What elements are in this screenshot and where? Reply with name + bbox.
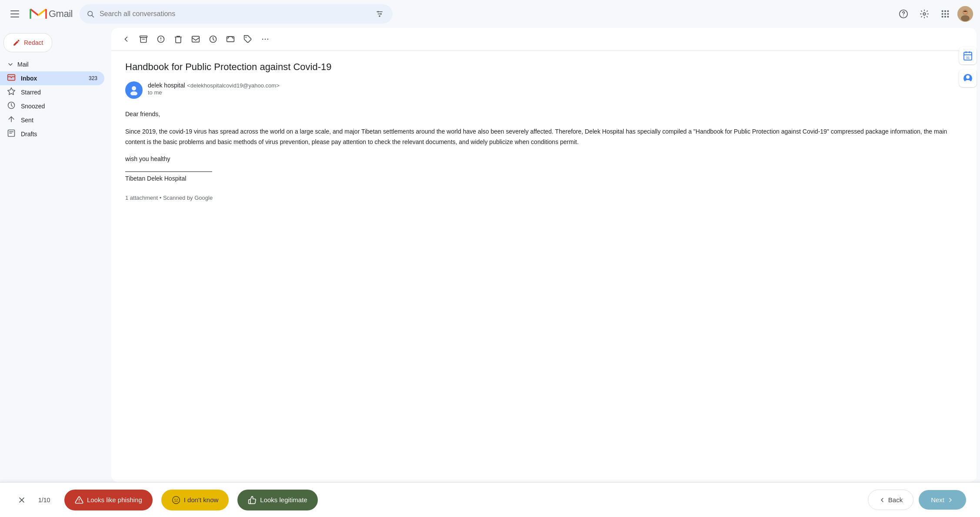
svg-point-12 <box>903 16 904 17</box>
legitimate-label: Looks legitimate <box>260 496 307 504</box>
svg-point-32 <box>160 40 161 41</box>
dont-know-button[interactable]: I don't know <box>161 490 229 510</box>
signature-divider <box>125 171 212 172</box>
next-button[interactable]: Next <box>919 490 966 510</box>
drafts-label: Drafts <box>21 131 97 138</box>
to-me: to me <box>148 89 963 96</box>
svg-point-48 <box>79 501 80 502</box>
attachment-info: 1 attachment • Scanned by Google <box>125 195 963 201</box>
thumbs-up-icon <box>248 496 257 504</box>
svg-rect-14 <box>942 10 943 12</box>
svg-rect-21 <box>944 16 946 18</box>
delete-button[interactable] <box>170 31 186 47</box>
svg-rect-15 <box>944 10 946 12</box>
sender-email: <delekhospitalcovid19@yahoo.com> <box>187 82 280 89</box>
body-greeting: Dear friends, <box>125 109 963 120</box>
contacts-button[interactable] <box>959 70 977 87</box>
svg-rect-17 <box>942 13 943 15</box>
email-subject: Handbook for Public Protection against C… <box>125 61 963 73</box>
main: Redact Mail Inbox 323 <box>0 28 980 482</box>
more-options-button[interactable] <box>257 31 273 47</box>
sender-name-row: delek hospital <delekhospitalcovid19@yah… <box>148 81 963 89</box>
search-bar <box>80 4 393 24</box>
close-button[interactable] <box>14 492 30 508</box>
sender-info: delek hospital <delekhospitalcovid19@yah… <box>148 81 963 96</box>
draft-icon <box>7 129 16 140</box>
sidebar-item-inbox[interactable]: Inbox 323 <box>0 71 104 85</box>
email-toolbar <box>111 28 977 51</box>
svg-point-50 <box>174 499 176 500</box>
mail-section: Mail Inbox 323 <box>0 56 111 143</box>
header-right <box>895 5 973 23</box>
back-label: Back <box>888 496 903 504</box>
mail-section-label: Mail <box>17 61 29 68</box>
settings-button[interactable] <box>916 5 933 23</box>
sidebar-item-snoozed[interactable]: Snoozed <box>0 99 104 113</box>
back-to-list-button[interactable] <box>118 31 134 47</box>
svg-point-36 <box>246 37 247 38</box>
svg-rect-33 <box>192 36 200 42</box>
svg-point-10 <box>379 15 380 17</box>
snooze-button[interactable] <box>205 31 221 47</box>
apps-button[interactable] <box>937 5 954 23</box>
send-icon <box>7 115 16 126</box>
svg-point-49 <box>172 496 180 504</box>
svg-rect-19 <box>947 13 949 15</box>
svg-point-46 <box>965 80 971 84</box>
label-button[interactable] <box>240 31 256 47</box>
svg-point-41 <box>130 91 137 95</box>
chevron-right-icon <box>947 497 954 504</box>
svg-point-39 <box>267 39 269 40</box>
svg-rect-18 <box>944 13 946 15</box>
search-input[interactable] <box>100 10 368 18</box>
report-spam-button[interactable] <box>153 31 169 47</box>
phishing-button[interactable]: Looks like phishing <box>64 490 153 510</box>
svg-point-51 <box>177 499 178 500</box>
move-to-button[interactable] <box>223 31 238 47</box>
archive-button[interactable] <box>136 31 151 47</box>
progress-indicator: 1/10 <box>38 497 56 504</box>
mark-unread-button[interactable] <box>188 31 203 47</box>
hamburger-button[interactable] <box>7 6 23 22</box>
inbox-icon <box>7 73 16 84</box>
svg-rect-1 <box>10 13 19 14</box>
next-label: Next <box>931 496 944 504</box>
svg-rect-35 <box>227 37 234 42</box>
sidebar-item-starred[interactable]: Starred <box>0 85 104 99</box>
email-body: Dear friends, Since 2019, the covid-19 v… <box>125 109 963 184</box>
svg-line-4 <box>92 15 93 17</box>
svg-rect-2 <box>10 17 19 17</box>
mail-section-header[interactable]: Mail <box>0 57 111 71</box>
bottom-bar: 1/10 Looks like phishing I don't know Lo… <box>0 482 980 517</box>
body-paragraph: Since 2019, the covid-19 virus has sprea… <box>125 127 963 148</box>
inbox-badge: 323 <box>89 75 97 81</box>
gmail-logo: Gmail <box>30 7 73 20</box>
dont-know-label: I don't know <box>184 496 219 504</box>
svg-rect-0 <box>10 10 19 11</box>
email-content: Handbook for Public Protection against C… <box>111 51 977 482</box>
signature: Tibetan Delek Hospital <box>125 174 963 184</box>
svg-rect-22 <box>947 16 949 18</box>
header: Gmail <box>0 0 980 28</box>
clock-icon <box>7 101 16 112</box>
legitimate-button[interactable]: Looks legitimate <box>237 490 317 510</box>
chevron-down-icon <box>7 61 14 68</box>
sidebar-item-drafts[interactable]: Drafts <box>0 127 104 141</box>
avatar[interactable] <box>957 6 973 22</box>
snoozed-label: Snoozed <box>21 103 97 110</box>
sidebar: Redact Mail Inbox 323 <box>0 28 111 482</box>
svg-rect-30 <box>140 36 147 37</box>
svg-point-37 <box>262 39 263 40</box>
email-area: Handbook for Public Protection against C… <box>111 28 977 482</box>
calendar-button[interactable]: 31 <box>959 47 977 64</box>
help-button[interactable] <box>895 5 912 23</box>
sender-avatar <box>125 81 143 99</box>
back-button[interactable]: Back <box>868 490 913 510</box>
redact-button[interactable]: Redact <box>3 33 52 52</box>
warning-icon <box>75 496 83 504</box>
search-filter-button[interactable] <box>373 8 386 20</box>
svg-point-13 <box>923 13 926 15</box>
sidebar-item-sent[interactable]: Sent <box>0 113 104 127</box>
svg-rect-16 <box>947 10 949 12</box>
star-icon <box>7 87 16 98</box>
